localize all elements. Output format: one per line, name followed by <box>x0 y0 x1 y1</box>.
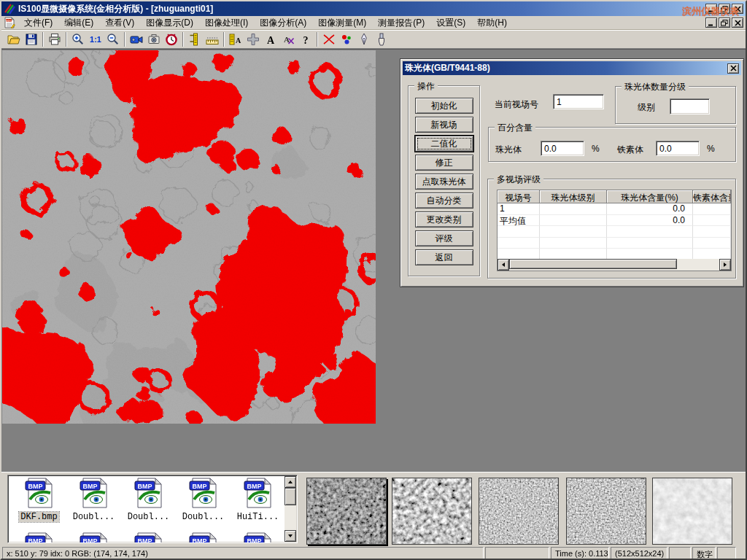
op-button-8[interactable]: 评级 <box>415 230 473 246</box>
scroll-down-button[interactable] <box>285 530 296 542</box>
toolbar-separator <box>66 32 67 47</box>
menu-item-7[interactable]: 图像测量(M) <box>312 15 372 31</box>
op-button-3[interactable]: 二值化 <box>415 136 473 152</box>
toolbar-pen-tool-button[interactable] <box>355 31 373 48</box>
svg-text:BMP: BMP <box>82 483 97 490</box>
scroll-up-button[interactable] <box>285 476 296 488</box>
status-panel-4: (512x512x24) <box>611 547 667 559</box>
toolbar-measure-text-tool-button[interactable]: A <box>227 31 244 48</box>
thumbnail-5[interactable] <box>652 478 732 545</box>
mdi-minimize-button[interactable] <box>705 18 717 28</box>
mdi-close-button[interactable] <box>732 18 743 28</box>
file-item-5[interactable]: BMPHuiTi... <box>231 477 285 522</box>
toolbar-print-button[interactable] <box>46 31 63 48</box>
op-button-4[interactable]: 修正 <box>415 155 473 171</box>
scrollbar-thumb[interactable] <box>285 488 296 505</box>
toolbar-ruler-tool-button[interactable] <box>204 31 221 48</box>
file-item-row2-2[interactable]: BMP <box>67 532 120 543</box>
op-button-5[interactable]: 点取珠光体 <box>415 174 473 190</box>
toolbar-save-file-button[interactable] <box>23 31 40 48</box>
file-list-scrollbar[interactable] <box>285 476 296 542</box>
file-item-4[interactable]: BMPDoubl... <box>177 477 230 522</box>
toolbar-text-style-tool-button[interactable]: A <box>279 31 297 48</box>
table-row-4[interactable] <box>498 238 731 249</box>
menu-item-6[interactable]: 图像分析(A) <box>254 15 312 31</box>
file-item-row2-3[interactable]: BMP <box>122 532 175 543</box>
toolbar-actual-size-button[interactable]: 1:1 <box>87 31 104 48</box>
menu-item-2[interactable]: 编辑(E) <box>58 15 99 31</box>
scrollbar-thumb[interactable] <box>509 259 677 269</box>
bmp-file-icon: BMP <box>231 532 285 543</box>
toolbar: 1:1AAA? <box>1 30 746 49</box>
op-button-9[interactable]: 返回 <box>415 249 473 265</box>
toolbar-camera-capture-button[interactable] <box>145 31 163 48</box>
toolbar-text-tool-button[interactable]: A <box>262 31 279 48</box>
menu-item-4[interactable]: 图像显示(D) <box>140 15 199 31</box>
menu-item-9[interactable]: 设置(S) <box>430 15 471 31</box>
op-button-7[interactable]: 更改类别 <box>415 211 473 228</box>
thumbnail-4[interactable] <box>566 478 646 545</box>
toolbar-open-file-button[interactable] <box>5 31 23 48</box>
op-button-1[interactable]: 初始化 <box>415 98 473 114</box>
toolbar-curve-tool-button[interactable] <box>320 31 338 48</box>
op-button-6[interactable]: 自动分类 <box>415 192 473 209</box>
table-row-1[interactable]: 10.0 <box>498 203 731 215</box>
thumbnail-3[interactable] <box>479 478 559 545</box>
svg-text:BMP: BMP <box>137 537 152 544</box>
dialog-title: 珠光体(GB/T9441-88) <box>405 62 726 74</box>
level-input[interactable] <box>670 98 710 114</box>
file-item-row2-5[interactable]: BMP <box>231 532 285 543</box>
toolbar-timer-button[interactable] <box>163 31 180 48</box>
thumbnail-2[interactable] <box>392 478 472 545</box>
status-panel-2 <box>485 547 549 559</box>
menu-item-1[interactable]: 文件(F) <box>18 15 58 31</box>
menu-item-5[interactable]: 图像处理(I) <box>199 15 254 31</box>
file-item-row2-1[interactable]: BMP <box>12 532 66 543</box>
status-panel-7 <box>717 547 736 559</box>
mdi-window-controls <box>704 18 743 28</box>
menu-item-3[interactable]: 查看(V) <box>99 15 140 31</box>
svg-text:DOC: DOC <box>6 20 12 23</box>
file-list[interactable]: BMPDKF.bmpBMPDoubl...BMPDoubl...BMPDoubl… <box>7 475 298 543</box>
toolbar-separator <box>42 32 44 47</box>
file-item-1[interactable]: BMPDKF.bmp <box>12 477 66 522</box>
metallographic-image[interactable] <box>2 50 376 424</box>
menu-item-8[interactable]: 测量报告(P) <box>372 15 430 31</box>
toolbar-zoom-out-button[interactable] <box>104 31 122 48</box>
table-cell <box>540 203 607 215</box>
svg-text:BMP: BMP <box>192 483 206 490</box>
toolbar-caliper-tool-button[interactable] <box>186 31 204 48</box>
toolbar-separator <box>182 32 184 47</box>
percent-group-label: 百分含量 <box>495 122 535 134</box>
file-name: HuiTi... <box>236 512 281 522</box>
toolbar-grid-tool-button[interactable] <box>244 31 262 48</box>
toolbar-zoom-in-button[interactable] <box>69 31 87 48</box>
scroll-right-button[interactable] <box>719 259 731 271</box>
dialog-close-button[interactable] <box>727 63 739 74</box>
document-icon[interactable]: DOC <box>4 17 15 28</box>
file-item-3[interactable]: BMPDoubl... <box>122 477 175 522</box>
thumbnail-1[interactable] <box>306 478 387 545</box>
toolbar-video-capture-button[interactable] <box>128 31 145 48</box>
ferrite-percent-input[interactable] <box>656 141 700 156</box>
table-horizontal-scrollbar[interactable] <box>498 259 731 271</box>
op-button-2[interactable]: 新视场 <box>415 117 473 133</box>
table-cell <box>693 226 731 238</box>
file-item-2[interactable]: BMPDoubl... <box>67 477 120 522</box>
file-name: Doubl... <box>181 512 226 522</box>
mdi-restore-button[interactable] <box>719 18 730 28</box>
toolbar-particle-tool-button[interactable] <box>338 31 355 48</box>
current-field-input[interactable] <box>553 94 604 109</box>
menu-item-10[interactable]: 帮助(H) <box>471 15 513 31</box>
file-item-row2-4[interactable]: BMP <box>177 532 230 543</box>
toolbar-fill-tool-button[interactable] <box>373 31 390 48</box>
status-panel-3: Time (s): 0.113 <box>551 547 609 559</box>
pearlite-label: 珠光体 <box>495 144 522 156</box>
scroll-left-button[interactable] <box>498 259 509 271</box>
window-title: IS100显微摄像系统(金相分析版) - [zhuguangti01] <box>18 3 704 15</box>
toolbar-help-button[interactable]: ? <box>297 31 314 48</box>
table-cell: 1 <box>498 203 540 215</box>
table-row-3[interactable] <box>498 226 731 238</box>
pearlite-percent-input[interactable] <box>541 141 584 156</box>
table-row-2[interactable]: 平均值0.0 <box>498 215 731 227</box>
